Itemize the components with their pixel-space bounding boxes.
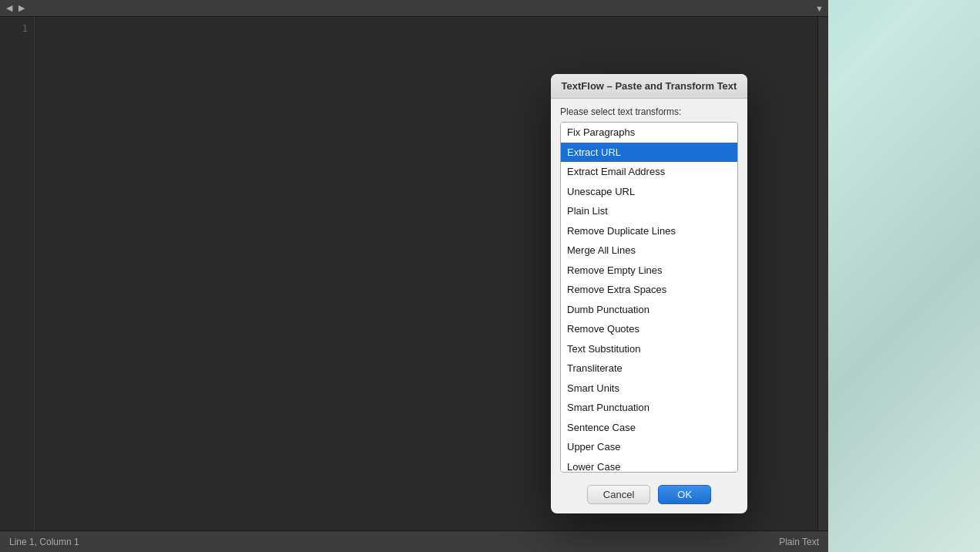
list-item-smart-punctuation[interactable]: Smart Punctuation bbox=[561, 398, 737, 418]
list-item-remove-empty-lines[interactable]: Remove Empty Lines bbox=[561, 261, 737, 281]
cancel-button[interactable]: Cancel bbox=[587, 485, 650, 504]
list-item-extract-url[interactable]: Extract URL bbox=[561, 143, 737, 163]
list-item-sentence-case[interactable]: Sentence Case bbox=[561, 418, 737, 438]
list-item-plain-list[interactable]: Plain List bbox=[561, 201, 737, 221]
dialog-overlay: TextFlow – Paste and Transform Text Plea… bbox=[0, 0, 980, 552]
list-item-extract-email[interactable]: Extract Email Address bbox=[561, 162, 737, 182]
list-item-unescape-url[interactable]: Unescape URL bbox=[561, 182, 737, 202]
list-item-fix-paragraphs[interactable]: Fix Paragraphs bbox=[561, 123, 737, 143]
dialog-buttons: Cancel OK bbox=[551, 477, 747, 513]
transforms-list[interactable]: Fix ParagraphsExtract URLExtract Email A… bbox=[560, 122, 738, 473]
list-item-text-substitution[interactable]: Text Substitution bbox=[561, 339, 737, 359]
list-item-dumb-punctuation[interactable]: Dumb Punctuation bbox=[561, 300, 737, 320]
list-item-transliterate[interactable]: Transliterate bbox=[561, 358, 737, 379]
dialog-body: Please select text transforms: Fix Parag… bbox=[551, 99, 747, 477]
list-item-remove-extra-spaces[interactable]: Remove Extra Spaces bbox=[561, 280, 737, 300]
ok-button[interactable]: OK bbox=[658, 485, 711, 504]
list-item-lower-case[interactable]: Lower Case bbox=[561, 457, 737, 473]
list-item-merge-all-lines[interactable]: Merge All Lines bbox=[561, 241, 737, 261]
dialog-prompt: Please select text transforms: bbox=[560, 106, 738, 117]
list-item-remove-duplicate-lines[interactable]: Remove Duplicate Lines bbox=[561, 221, 737, 241]
list-item-remove-quotes[interactable]: Remove Quotes bbox=[561, 319, 737, 339]
dialog-title: TextFlow – Paste and Transform Text bbox=[551, 74, 747, 99]
list-item-upper-case[interactable]: Upper Case bbox=[561, 437, 737, 457]
list-item-smart-units[interactable]: Smart Units bbox=[561, 379, 737, 399]
transform-dialog: TextFlow – Paste and Transform Text Plea… bbox=[551, 74, 747, 513]
